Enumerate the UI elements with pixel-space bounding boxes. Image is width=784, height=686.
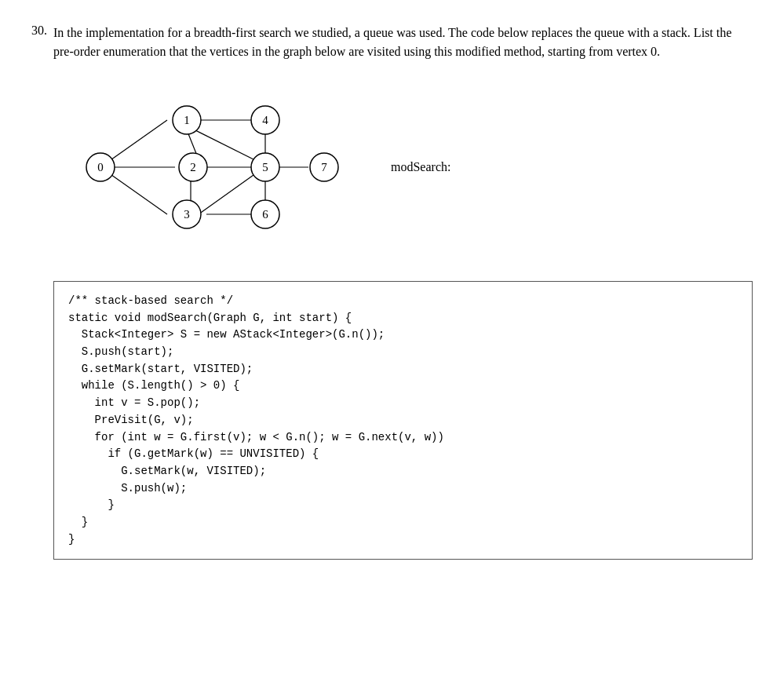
graph-and-label: 0 1 2 3 4 5 6 xyxy=(53,85,753,250)
question-header: 30. In the implementation for a breadth-… xyxy=(31,24,753,61)
svg-text:2: 2 xyxy=(190,161,196,173)
svg-text:3: 3 xyxy=(184,208,190,221)
svg-text:6: 6 xyxy=(262,208,268,221)
svg-line-8 xyxy=(199,175,253,214)
svg-text:5: 5 xyxy=(262,161,268,173)
question-text: In the implementation for a breadth-firs… xyxy=(53,24,753,61)
svg-text:7: 7 xyxy=(321,161,327,173)
graph-diagram: 0 1 2 3 4 5 6 xyxy=(53,85,344,250)
question-container: 30. In the implementation for a breadth-… xyxy=(31,24,753,560)
svg-text:4: 4 xyxy=(262,114,268,126)
mod-search-label: modSearch: xyxy=(391,160,450,174)
question-number: 30. xyxy=(31,24,47,61)
svg-text:0: 0 xyxy=(97,161,104,173)
content-area: 0 1 2 3 4 5 6 xyxy=(53,77,753,560)
svg-text:1: 1 xyxy=(184,114,190,126)
code-block: /** stack-based search */ static void mo… xyxy=(53,281,753,560)
